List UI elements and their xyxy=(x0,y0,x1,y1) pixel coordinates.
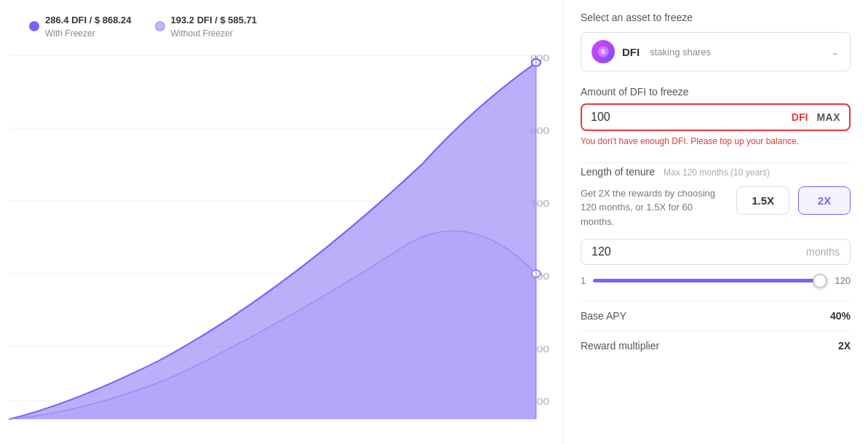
slider-max-label: 120 xyxy=(835,275,851,286)
amount-section: Amount of DFI to freeze DFI MAX You don'… xyxy=(581,86,851,148)
tenure-slider[interactable] xyxy=(593,279,827,282)
tenure-description: Get 2X the rewards by choosing 120 month… xyxy=(581,186,725,229)
slider-min-label: 1 xyxy=(581,275,586,286)
reward-multiplier-value: 2X xyxy=(838,340,851,352)
chevron-down-icon: ⌄ xyxy=(831,46,840,58)
chart-area: 900 800 700 600 500 400 xyxy=(0,48,562,427)
base-apy-row: Base APY 40% xyxy=(581,301,851,330)
tenure-section: Length of tenure Max 120 months (10 year… xyxy=(581,166,851,287)
tenure-header: Length of tenure Max 120 months (10 year… xyxy=(581,166,851,178)
amount-label: Amount of DFI to freeze xyxy=(581,86,851,98)
multiplier-2-button[interactable]: 2X xyxy=(798,186,851,215)
chart-svg: 900 800 700 600 500 400 xyxy=(0,48,562,427)
with-freezer-label: With Freezer xyxy=(45,28,95,39)
base-apy-label: Base APY xyxy=(581,310,626,322)
svg-text:S: S xyxy=(601,48,605,55)
legend-with-freezer: 286.4 DFI / $ 868.24 With Freezer xyxy=(29,13,132,39)
tenure-title: Length of tenure xyxy=(581,166,655,178)
tenure-max: Max 120 months (10 years) xyxy=(664,167,770,178)
without-freezer-label: Without Freezer xyxy=(171,28,233,39)
multiplier-1-5-button[interactable]: 1.5X xyxy=(736,186,789,215)
without-freezer-dot xyxy=(155,21,165,31)
slider-row: 1 120 xyxy=(581,275,851,286)
right-panel: Select an asset to freeze S DFI staking … xyxy=(562,0,868,444)
asset-type: staking shares xyxy=(650,47,711,58)
reward-multiplier-row: Reward multiplier 2X xyxy=(581,330,851,360)
max-button[interactable]: MAX xyxy=(816,111,840,123)
asset-selector-left: S DFI staking shares xyxy=(592,40,711,63)
divider-1 xyxy=(581,162,851,163)
without-freezer-value: 193.2 DFI / $ 585.71 xyxy=(171,15,258,25)
amount-currency: DFI xyxy=(792,111,808,123)
chart-legend: 286.4 DFI / $ 868.24 With Freezer 193.2 … xyxy=(0,7,562,48)
months-input[interactable] xyxy=(592,245,806,258)
with-freezer-dot xyxy=(29,21,39,31)
asset-name: DFI xyxy=(622,46,640,58)
legend-without-freezer: 193.2 DFI / $ 585.71 Without Freezer xyxy=(155,13,258,39)
base-apy-value: 40% xyxy=(830,310,851,322)
asset-icon: S xyxy=(592,40,615,63)
tenure-desc-multipliers: Get 2X the rewards by choosing 120 month… xyxy=(581,186,851,239)
months-label: months xyxy=(806,246,840,258)
months-input-wrap: months xyxy=(581,239,851,265)
chart-panel: 286.4 DFI / $ 868.24 With Freezer 193.2 … xyxy=(0,0,562,444)
select-asset-label: Select an asset to freeze xyxy=(581,12,851,23)
multiplier-row: 1.5X 2X xyxy=(736,186,851,215)
error-message: You don't have enough DFI. Please top up… xyxy=(581,135,851,148)
amount-input[interactable] xyxy=(591,111,792,124)
reward-multiplier-label: Reward multiplier xyxy=(581,340,659,352)
asset-selector[interactable]: S DFI staking shares ⌄ xyxy=(581,32,851,71)
with-freezer-value: 286.4 DFI / $ 868.24 xyxy=(45,15,132,25)
amount-input-wrap: DFI MAX xyxy=(581,103,851,131)
